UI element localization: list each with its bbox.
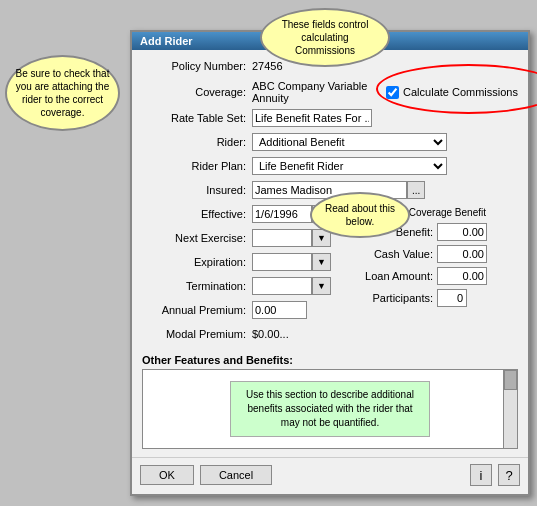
rider-plan-label: Rider Plan: [142, 160, 252, 172]
features-textarea-container: Use this section to describe additional … [142, 369, 518, 449]
modal-premium-label: Modal Premium: [142, 328, 252, 340]
policy-number-label: Policy Number: [142, 60, 252, 72]
participants-label: Participants: [358, 292, 433, 304]
loan-amount-row: Loan Amount: [358, 267, 518, 285]
commissions-area: Calculate Commissions [386, 86, 518, 99]
cash-value-field[interactable] [437, 245, 487, 263]
rider-row: Rider: Additional Benefit [142, 132, 518, 152]
expiration-field[interactable] [252, 253, 312, 271]
rate-table-field[interactable] [252, 109, 372, 127]
participants-field[interactable] [437, 289, 467, 307]
modal-premium-row: Modal Premium: $0.00... [142, 324, 358, 344]
coverage-label: Coverage: [142, 86, 252, 98]
expiration-label: Expiration: [142, 256, 252, 268]
dialog-footer: OK Cancel i ? [132, 457, 528, 494]
coverage-value: ABC Company Variable Annuity [252, 80, 386, 104]
insured-label: Insured: [142, 184, 252, 196]
annual-premium-label: Annual Premium: [142, 304, 252, 316]
commissions-callout: These fields control calculating Commiss… [260, 8, 390, 67]
rider-plan-row: Rider Plan: Life Benefit Rider [142, 156, 518, 176]
policy-number-value: 27456 [252, 60, 283, 72]
benefit-field[interactable] [437, 223, 487, 241]
termination-field[interactable] [252, 277, 312, 295]
insured-browse-button[interactable]: ... [407, 181, 425, 199]
features-textarea[interactable] [143, 370, 517, 448]
coverage-row: Coverage: ABC Company Variable Annuity C… [142, 80, 518, 104]
scrollbar-thumb [504, 370, 517, 390]
modal-premium-value: $0.00... [252, 328, 289, 340]
add-rider-dialog: Add Rider Policy Number: 27456 Coverage:… [130, 30, 530, 496]
rider-label: Rider: [142, 136, 252, 148]
ok-button[interactable]: OK [140, 465, 194, 485]
rate-table-input-area [252, 109, 372, 127]
next-exercise-label: Next Exercise: [142, 232, 252, 244]
termination-label: Termination: [142, 280, 252, 292]
expiration-dropdown-button[interactable]: ▼ [312, 253, 331, 271]
loan-amount-field[interactable] [437, 267, 487, 285]
participants-row: Participants: [358, 289, 518, 307]
coverage-callout: Be sure to check that you are attaching … [5, 55, 120, 131]
rate-table-row: Rate Table Set: [142, 108, 518, 128]
textarea-scrollbar[interactable] [503, 370, 517, 448]
expiration-row: Expiration: ▼ [142, 252, 358, 272]
cancel-button[interactable]: Cancel [200, 465, 272, 485]
features-section: Other Features and Benefits: Use this se… [142, 354, 518, 449]
termination-dropdown-button[interactable]: ▼ [312, 277, 331, 295]
annual-premium-row: Annual Premium: [142, 300, 358, 320]
info-button[interactable]: i [470, 464, 492, 486]
rider-select[interactable]: Additional Benefit [252, 133, 447, 151]
cash-value-row: Cash Value: [358, 245, 518, 263]
cash-value-label: Cash Value: [358, 248, 433, 260]
effective-field[interactable] [252, 205, 312, 223]
effective-label: Effective: [142, 208, 252, 220]
rate-table-label: Rate Table Set: [142, 112, 252, 124]
help-button[interactable]: ? [498, 464, 520, 486]
features-label: Other Features and Benefits: [142, 354, 518, 366]
termination-row: Termination: ▼ [142, 276, 358, 296]
next-exercise-field[interactable] [252, 229, 312, 247]
dialog-body: Policy Number: 27456 Coverage: ABC Compa… [132, 50, 528, 457]
annual-premium-field[interactable] [252, 301, 307, 319]
calculate-commissions-label: Calculate Commissions [403, 86, 518, 98]
rider-plan-select[interactable]: Life Benefit Rider [252, 157, 447, 175]
calculate-commissions-checkbox[interactable] [386, 86, 399, 99]
read-about-callout: Read about this below. [310, 192, 410, 238]
loan-amount-label: Loan Amount: [358, 270, 433, 282]
